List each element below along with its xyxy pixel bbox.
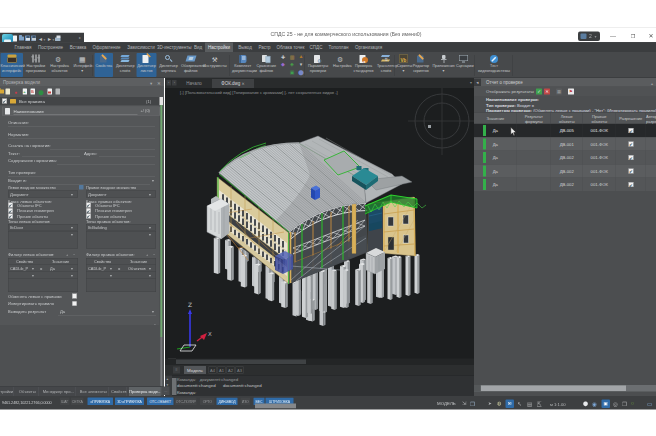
ribbon-button-17[interactable]: Редактор скриптов	[411, 53, 431, 77]
ribbon-button-7[interactable]: Диспетчер чертежа	[159, 53, 179, 77]
ribbon-tab-1[interactable]: Построение	[37, 43, 64, 53]
status-toggle-0[interactable]: ШАГ	[60, 398, 70, 406]
ribbon-button-6[interactable]: Диспетчер листов	[137, 53, 157, 77]
tab-model[interactable]: Модель	[184, 366, 206, 374]
report-flag-icon[interactable]: ⚑	[568, 89, 574, 95]
left-type-list[interactable]	[8, 231, 78, 249]
left-type-combo-arrow[interactable]: ▾	[71, 225, 73, 230]
col-author[interactable]: Автор разрешения	[646, 113, 656, 125]
swap-sets-icon[interactable]	[79, 185, 84, 190]
notify-icon[interactable]: ✉	[506, 400, 515, 409]
right-class-checkbox-2[interactable]: ✔	[86, 214, 91, 219]
ribbon-tab-11[interactable]: СПДС	[308, 43, 324, 53]
ribbon-button-14[interactable]: ▸ Проверка стандартов	[352, 53, 375, 77]
tab-sheet-2[interactable]: А1	[218, 367, 226, 374]
dot-icon[interactable]: ⬤	[583, 400, 588, 408]
left-class-checkbox-1[interactable]: ✔	[8, 208, 13, 213]
collapse-panel-icon[interactable]: ◂	[474, 79, 481, 87]
ribbon-button-3[interactable]: ▦ Интерфейс ▾	[74, 53, 92, 77]
resolution-checkbox[interactable]: ✔	[629, 169, 634, 174]
selection-cursor-icon[interactable]: ➤	[488, 400, 492, 408]
status-toggle-6[interactable]: ОРТО	[200, 398, 215, 406]
left-class-checkbox-0[interactable]: ✔	[8, 203, 13, 208]
cursor-icon[interactable]: ↖	[517, 400, 522, 408]
run-check-icon[interactable]: ⬤	[38, 88, 44, 96]
navigation-compass-icon[interactable]	[408, 88, 474, 155]
hscroll-thumb[interactable]	[481, 386, 626, 392]
palette-tab-3[interactable]: Все элементы	[78, 387, 109, 396]
attach-icon[interactable]: ❐	[622, 400, 627, 408]
report-hscrollbar[interactable]	[474, 385, 656, 392]
save-icon[interactable]	[25, 36, 30, 42]
col-right-objects[interactable]: Правые объекты	[583, 113, 616, 125]
viewport-switch-icon[interactable]: ⇲	[462, 400, 466, 408]
add-doc-icon[interactable]: +	[22, 88, 29, 96]
status-ok-icon[interactable]: ○	[631, 400, 634, 408]
ribbon-button-4[interactable]: Свойства	[95, 53, 114, 77]
col-formula[interactable]: Результат формулы	[517, 113, 551, 125]
vp-hscroll-thumb[interactable]	[176, 360, 306, 365]
status-toggle-2[interactable]: оПРИВЯЗКА	[88, 398, 114, 406]
left-filter-value-arrow[interactable]: ▾	[71, 267, 73, 272]
ribbon-button-20[interactable]: Тест видеоподсистемы	[478, 53, 510, 77]
delete-rule-icon[interactable]: ●	[13, 88, 19, 96]
status-toggle-4[interactable]: ОТС-ОБЪЕКТ	[147, 398, 174, 406]
right-filter-prop-arrow[interactable]: ▾	[110, 267, 112, 272]
hscroll-left-button[interactable]	[474, 385, 481, 392]
ribbon-button-12[interactable]: ⚙ Параметры проверки	[306, 53, 330, 77]
ribbon-tab-3[interactable]: Оформление	[92, 43, 121, 53]
left-doc-combo-arrow[interactable]: ▾	[71, 192, 73, 197]
report-row-2[interactable]: Да ДВ-002 001-ФОК ✔	[474, 151, 656, 164]
command-scroll-up-icon[interactable]: ▴	[167, 377, 169, 381]
model-space-label[interactable]: МОДЕЛЬ	[437, 401, 456, 406]
tab-nav-right-icon[interactable]: ›	[172, 80, 177, 86]
ribbon-button-9[interactable]: ⚒ Инструменты	[203, 53, 227, 77]
ribbon-tab-10[interactable]: Облака точек	[276, 43, 305, 53]
report-row-0[interactable]: Да ДВ-005 001-ФОК ✔	[474, 124, 656, 137]
status-toggle-5[interactable]: ОТС-ПОЛЯР	[175, 398, 197, 406]
status-toggle-7[interactable]: ДИН-ВВОД	[217, 398, 238, 406]
belongs-combo-arrow[interactable]: ▾	[152, 178, 154, 183]
doc-tab-close-icon[interactable]: ✕	[242, 82, 245, 87]
palette-tab-5[interactable]: Проверка моде...	[129, 387, 161, 396]
ribbon-tab-6[interactable]: Вид	[192, 43, 204, 53]
right-filter-row2-arrow2[interactable]: ▾	[149, 274, 151, 279]
ribbon-tab-0[interactable]: Главная	[12, 43, 34, 53]
ribbon-button-1[interactable]: Настройки программы	[25, 53, 47, 77]
redo-dropdown-icon[interactable]: ▾	[53, 38, 55, 42]
resolution-checkbox[interactable]: ✔	[629, 182, 634, 187]
new-file-icon[interactable]	[13, 36, 17, 42]
palette-tabs-scrollbar[interactable]	[172, 378, 177, 395]
doc-gray-icon[interactable]	[55, 88, 62, 96]
paper-icon[interactable]: ❐	[470, 400, 475, 408]
ribbon-button-10[interactable]: Комплект документации	[232, 53, 254, 77]
right-filter-value-arrow[interactable]: ▾	[149, 267, 151, 272]
qat-overflow-icon[interactable]: ▸	[79, 36, 81, 41]
left-filter-row2-arrow2[interactable]: ▾	[71, 274, 73, 279]
undo-dropdown-icon[interactable]: ▾	[44, 38, 46, 42]
result-combo-arrow[interactable]: ▾	[152, 310, 154, 315]
ribbon-button-19[interactable]: Сценарии	[456, 53, 471, 77]
palette-close-icon[interactable]: ✕	[157, 80, 161, 88]
ribbon-button-18[interactable]: Приложения ▾	[432, 53, 455, 77]
filter-left-add-icon[interactable]: +	[66, 252, 68, 257]
ribbon-tab-4[interactable]: Зависимости	[126, 43, 156, 53]
left-class-checkbox-2[interactable]: ✔	[8, 214, 13, 219]
scale-icon[interactable]: ⇱	[537, 400, 542, 407]
print-icon[interactable]	[55, 38, 61, 42]
open-file-icon[interactable]	[19, 37, 24, 41]
resolution-checkbox[interactable]: ✔	[629, 142, 634, 147]
save-all-icon[interactable]	[31, 36, 36, 42]
report-row-4[interactable]: Да ДВ-002 001-ФОК ✔	[474, 178, 656, 191]
palette-tab-1[interactable]: Объекты	[16, 387, 39, 396]
tab-list-icon[interactable]: ▾	[470, 81, 472, 86]
invert-rule-checkbox[interactable]	[72, 301, 77, 306]
show-failed-icon[interactable]: ✕	[544, 89, 550, 95]
right-class-checkbox-0[interactable]: ✔	[86, 203, 91, 208]
resolution-checkbox[interactable]: ✔	[629, 128, 634, 133]
tab-sheet-4[interactable]: А3	[236, 367, 244, 374]
report-row-3[interactable]: Да ДВ-002 001-ФОК ✔	[474, 165, 656, 178]
ribbon-tab-8[interactable]: Вывод	[236, 43, 254, 53]
filter-left-del-icon[interactable]: −	[73, 252, 75, 257]
left-type-arrow2[interactable]: ▾	[71, 232, 73, 237]
